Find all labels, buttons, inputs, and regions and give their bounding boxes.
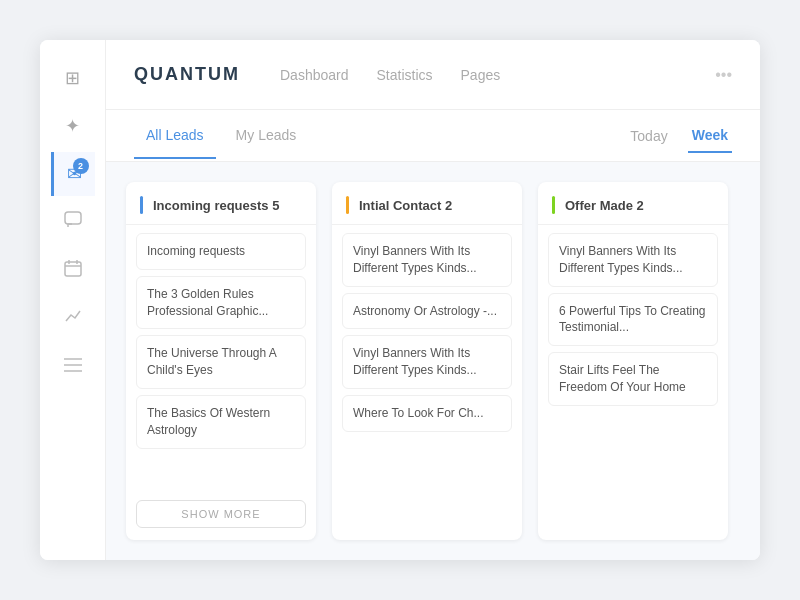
column-offer-made-header: Offer Made 2 [538, 182, 728, 225]
kanban-board: Incoming requests 5 Incoming requests Th… [106, 162, 760, 560]
logo: QUANTUM [134, 64, 240, 85]
nav-more-button[interactable]: ••• [715, 66, 732, 84]
card-initial-3[interactable]: Vinyl Banners With Its Different Types K… [342, 335, 512, 389]
sidebar-item-plugins[interactable]: ✦ [51, 104, 95, 148]
sidebar: ⊞ ✦ ✉ 2 [40, 40, 106, 560]
app-container: ⊞ ✦ ✉ 2 [40, 40, 760, 560]
plugins-icon: ✦ [65, 115, 80, 137]
svg-rect-0 [65, 212, 81, 224]
column-offer-made-title: Offer Made 2 [565, 198, 644, 213]
column-initial-contact-header: Intial Contact 2 [332, 182, 522, 225]
card-incoming-2[interactable]: The 3 Golden Rules Professional Graphic.… [136, 276, 306, 330]
analytics-icon [64, 307, 82, 330]
show-more-button[interactable]: SHOW MORE [136, 500, 306, 528]
main-nav: Dashboard Statistics Pages ••• [280, 63, 732, 87]
column-incoming-accent [140, 196, 143, 214]
nav-item-statistics[interactable]: Statistics [377, 63, 433, 87]
mail-badge: 2 [73, 158, 89, 174]
dashboard-icon: ⊞ [65, 67, 80, 89]
column-incoming-body: Incoming requests The 3 Golden Rules Pro… [126, 225, 316, 492]
card-initial-1[interactable]: Vinyl Banners With Its Different Types K… [342, 233, 512, 287]
column-offer-made-body: Vinyl Banners With Its Different Types K… [538, 225, 728, 540]
tab-today[interactable]: Today [626, 120, 671, 152]
calendar-icon [64, 259, 82, 282]
sidebar-item-chat[interactable] [51, 200, 95, 244]
column-initial-contact-accent [346, 196, 349, 214]
tab-all-leads[interactable]: All Leads [134, 113, 216, 159]
sidebar-item-mail[interactable]: ✉ 2 [51, 152, 95, 196]
card-offer-1[interactable]: Vinyl Banners With Its Different Types K… [548, 233, 718, 287]
card-initial-4[interactable]: Where To Look For Ch... [342, 395, 512, 432]
sidebar-item-dashboard[interactable]: ⊞ [51, 56, 95, 100]
column-initial-contact: Intial Contact 2 Vinyl Banners With Its … [332, 182, 522, 540]
column-incoming-title: Incoming requests 5 [153, 198, 279, 213]
sidebar-item-menu[interactable] [51, 344, 95, 388]
nav-item-dashboard[interactable]: Dashboard [280, 63, 349, 87]
tabs-row: All Leads My Leads Today Week [106, 110, 760, 162]
column-initial-contact-body: Vinyl Banners With Its Different Types K… [332, 225, 522, 540]
column-initial-contact-title: Intial Contact 2 [359, 198, 452, 213]
time-tabs: Today Week [626, 119, 732, 153]
column-incoming-header: Incoming requests 5 [126, 182, 316, 225]
lead-tabs: All Leads My Leads [134, 113, 626, 159]
nav-item-pages[interactable]: Pages [461, 63, 501, 87]
card-offer-2[interactable]: 6 Powerful Tips To Creating Testimonial.… [548, 293, 718, 347]
chat-icon [64, 211, 82, 234]
column-offer-made: Offer Made 2 Vinyl Banners With Its Diff… [538, 182, 728, 540]
card-incoming-4[interactable]: The Basics Of Western Astrology [136, 395, 306, 449]
card-initial-2[interactable]: Astronomy Or Astrology -... [342, 293, 512, 330]
header: QUANTUM Dashboard Statistics Pages ••• [106, 40, 760, 110]
card-incoming-3[interactable]: The Universe Through A Child's Eyes [136, 335, 306, 389]
tab-my-leads[interactable]: My Leads [224, 113, 309, 159]
tab-week[interactable]: Week [688, 119, 732, 153]
menu-icon [64, 356, 82, 377]
column-incoming: Incoming requests 5 Incoming requests Th… [126, 182, 316, 540]
sidebar-item-calendar[interactable] [51, 248, 95, 292]
main-content: QUANTUM Dashboard Statistics Pages ••• A… [106, 40, 760, 560]
column-offer-made-accent [552, 196, 555, 214]
svg-rect-1 [65, 262, 81, 276]
sidebar-item-analytics[interactable] [51, 296, 95, 340]
card-incoming-1[interactable]: Incoming requests [136, 233, 306, 270]
card-offer-3[interactable]: Stair Lifts Feel The Freedom Of Your Hom… [548, 352, 718, 406]
